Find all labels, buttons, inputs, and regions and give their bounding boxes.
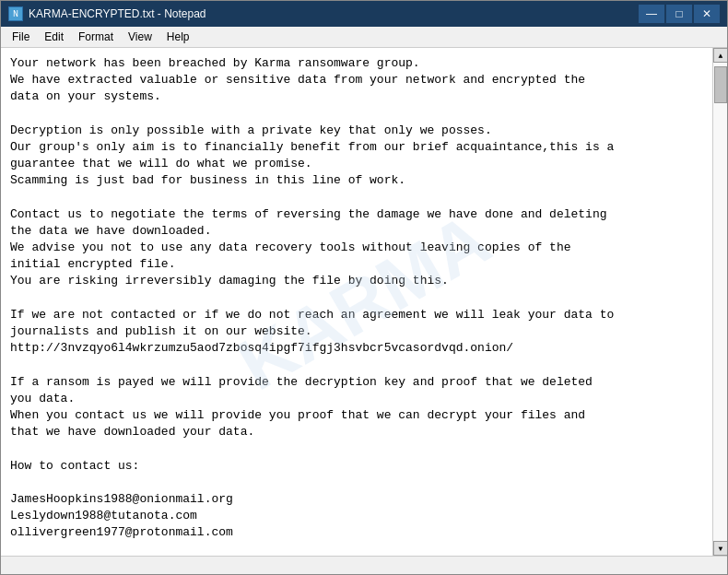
app-icon: N bbox=[8, 6, 23, 21]
title-bar: N KARMA-ENCRYPTED.txt - Notepad — □ ✕ bbox=[1, 1, 727, 27]
scroll-down-button[interactable]: ▼ bbox=[713, 541, 727, 556]
status-bar bbox=[1, 556, 727, 574]
close-button[interactable]: ✕ bbox=[694, 5, 720, 23]
menu-format[interactable]: Format bbox=[71, 29, 121, 45]
menu-edit[interactable]: Edit bbox=[37, 29, 71, 45]
title-bar-controls: — □ ✕ bbox=[639, 5, 720, 23]
scroll-up-button[interactable]: ▲ bbox=[713, 48, 727, 63]
menu-file[interactable]: File bbox=[5, 29, 37, 45]
minimize-button[interactable]: — bbox=[639, 5, 664, 23]
scrollbar-thumb[interactable] bbox=[714, 66, 727, 103]
scrollbar-track[interactable] bbox=[713, 63, 727, 541]
menu-bar: File Edit Format View Help bbox=[1, 27, 727, 48]
text-content[interactable]: Your network has been breached by Karma … bbox=[1, 48, 712, 556]
app-icon-letter: N bbox=[13, 9, 18, 19]
menu-view[interactable]: View bbox=[121, 29, 159, 45]
content-area: KARMA Your network has been breached by … bbox=[1, 48, 727, 556]
notepad-window: N KARMA-ENCRYPTED.txt - Notepad — □ ✕ Fi… bbox=[0, 0, 728, 575]
window-title: KARMA-ENCRYPTED.txt - Notepad bbox=[29, 7, 206, 20]
menu-help[interactable]: Help bbox=[159, 29, 197, 45]
title-bar-left: N KARMA-ENCRYPTED.txt - Notepad bbox=[8, 6, 206, 21]
maximize-button[interactable]: □ bbox=[666, 5, 692, 23]
scrollbar[interactable]: ▲ ▼ bbox=[712, 48, 727, 556]
